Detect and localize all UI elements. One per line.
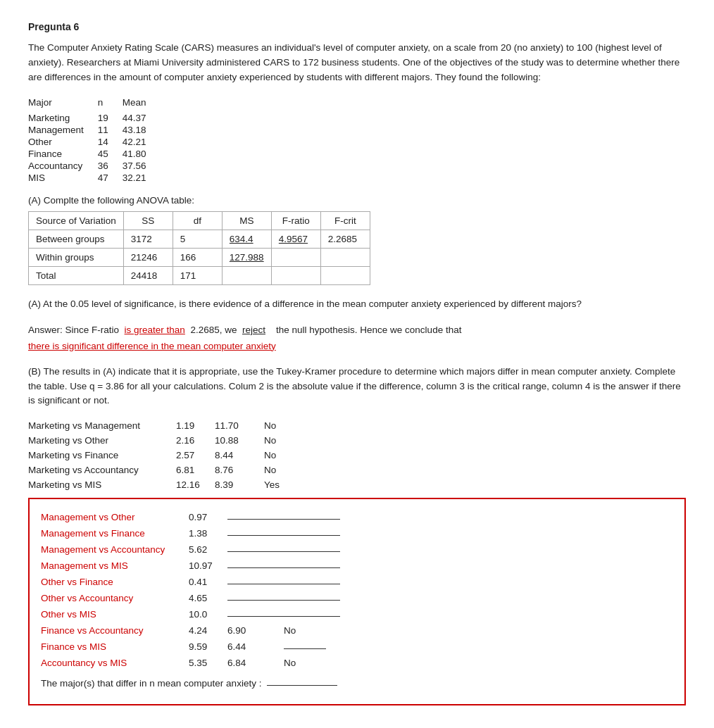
- n-marketing: 19: [98, 112, 123, 124]
- comparison-label: Other vs MIS: [41, 609, 96, 620]
- comparison-col2: 1.19: [176, 420, 194, 431]
- footer-label: The major(s) that differ in n mean compu…: [41, 678, 261, 689]
- comparison-col2: 1.38: [189, 528, 207, 539]
- major-row-marketing: Marketing: [28, 112, 98, 124]
- anova-between-fratio: 4.9567: [271, 230, 320, 248]
- blank-col4: [284, 519, 340, 520]
- anova-header-fratio: F-ratio: [271, 211, 320, 230]
- part-a-answer: Answer: Since F-ratio is greater than 2.…: [28, 322, 686, 355]
- comparison-col4: No: [264, 435, 276, 446]
- anova-within-fcrit: [320, 248, 370, 266]
- blank-col3: [227, 551, 284, 552]
- comparison-label: Marketing vs Finance: [28, 450, 118, 460]
- comparison-col3: 6.84: [227, 658, 246, 668]
- anova-between-fcrit: 2.2685: [320, 230, 370, 248]
- comparison-col2: 4.24: [189, 625, 207, 636]
- comparison-col2: 12.16: [176, 479, 200, 490]
- list-item: Finance vs Accountancy 4.24 6.90 No: [41, 622, 340, 639]
- red-box-section: Management vs Other 0.97 Management vs F…: [28, 498, 686, 705]
- n-other: 14: [98, 136, 123, 148]
- reject-label: reject: [242, 325, 265, 335]
- comparison-col3: 8.39: [215, 479, 233, 490]
- anova-between-source: Between groups: [29, 230, 124, 248]
- comparison-col2: 5.62: [189, 544, 207, 555]
- comparison-label: Marketing vs Accountancy: [28, 465, 139, 475]
- n-finance: 45: [98, 148, 123, 160]
- anova-within-df: 166: [173, 248, 222, 266]
- list-item: Management vs Finance 1.38: [41, 525, 340, 541]
- anova-total-ss: 24418: [123, 266, 173, 284]
- anova-within-ss: 21246: [123, 248, 173, 266]
- list-item: Marketing vs Management 1.19 11.70 No: [28, 418, 313, 433]
- part-a-question: (A) At the 0.05 level of significance, i…: [28, 296, 686, 313]
- n-header: n: [98, 96, 123, 112]
- comparison-col3: 8.76: [215, 465, 233, 475]
- anova-table: Source of Variation SS df MS F-ratio F-c…: [28, 211, 370, 285]
- comparison-label: Accountancy vs MIS: [41, 658, 127, 668]
- anova-between-ss: 3172: [123, 230, 173, 248]
- mean-accountancy: 37.56: [123, 160, 161, 172]
- comparison-col4: No: [284, 658, 296, 668]
- comparison-label: Other vs Accountancy: [41, 593, 133, 603]
- comparison-col2: 0.97: [189, 512, 207, 522]
- comparison-col2: 5.35: [189, 658, 207, 668]
- anova-header-source: Source of Variation: [29, 211, 124, 230]
- blank-col4: [284, 584, 340, 584]
- anova-total-source: Total: [29, 266, 124, 284]
- comparison-label: Management vs Accountancy: [41, 544, 165, 555]
- blank-col3: [227, 519, 284, 520]
- anova-header-fcrit: F-crit: [320, 211, 370, 230]
- major-row-finance: Finance: [28, 148, 98, 160]
- mean-mis: 32.21: [123, 172, 161, 184]
- blank-col3: [227, 600, 284, 601]
- mean-marketing: 44.37: [123, 112, 161, 124]
- blank-col3: [227, 535, 284, 536]
- blank-col4: [284, 551, 340, 552]
- marketing-comparisons-table: Marketing vs Management 1.19 11.70 No Ma…: [28, 418, 313, 492]
- n-management: 11: [98, 124, 123, 136]
- list-item: Management vs MIS 10.97: [41, 558, 340, 574]
- anova-total-fcrit: [320, 266, 370, 284]
- anova-label: (A) Complte the following ANOVA table:: [28, 195, 686, 206]
- list-item: Management vs Other 0.97: [41, 509, 340, 525]
- mean-management: 43.18: [123, 124, 161, 136]
- comparison-label: Other vs Finance: [41, 577, 113, 587]
- major-header: Major: [28, 96, 98, 112]
- comparison-col3: 10.88: [215, 435, 239, 446]
- major-table: Major n Mean Marketing 19 44.37 Manageme…: [28, 96, 686, 184]
- answer-value: 2.2685, we: [190, 325, 237, 335]
- comparison-col2: 0.41: [189, 577, 207, 587]
- comparison-col4: No: [264, 420, 276, 431]
- list-item: Other vs MIS 10.0: [41, 606, 340, 622]
- is-greater-than: is greater than: [125, 325, 185, 335]
- comparison-col4: Yes: [264, 479, 280, 490]
- answer-suffix: the null hypothesis. Hence we conclude t…: [276, 325, 461, 335]
- intro-text: The Computer Anxiety Rating Scale (CARS)…: [28, 41, 686, 85]
- anova-within-fratio: [271, 248, 320, 266]
- list-item: Management vs Accountancy 5.62: [41, 541, 340, 558]
- anova-within-ms: 127.988: [222, 248, 271, 266]
- list-item: Marketing vs Finance 2.57 8.44 No: [28, 448, 313, 463]
- blank-col3: [227, 616, 284, 617]
- anova-between-ms: 634.4: [222, 230, 271, 248]
- blank-col4: [284, 535, 340, 536]
- anova-header-ss: SS: [123, 211, 173, 230]
- comparison-col2: 4.65: [189, 593, 207, 603]
- list-item: Marketing vs Other 2.16 10.88 No: [28, 433, 313, 448]
- conclusion-text: there is significant difference in the m…: [28, 341, 276, 351]
- comparison-col3: 6.44: [227, 641, 246, 652]
- comparison-label: Marketing vs MIS: [28, 479, 101, 490]
- n-mis: 47: [98, 172, 123, 184]
- red-box-comparisons-table: Management vs Other 0.97 Management vs F…: [41, 509, 340, 691]
- blank-col4: [284, 567, 340, 568]
- comparison-label: Finance vs MIS: [41, 641, 106, 652]
- footer-blank: [267, 685, 337, 686]
- list-item: Other vs Finance 0.41: [41, 574, 340, 590]
- list-item: Other vs Accountancy 4.65: [41, 590, 340, 606]
- anova-between-df: 5: [173, 230, 222, 248]
- major-row-other: Other: [28, 136, 98, 148]
- comparison-col2: 10.0: [189, 609, 207, 620]
- comparison-col3: 8.44: [215, 450, 233, 460]
- major-row-accountancy: Accountancy: [28, 160, 98, 172]
- answer-prefix: Answer: Since F-ratio: [28, 325, 119, 335]
